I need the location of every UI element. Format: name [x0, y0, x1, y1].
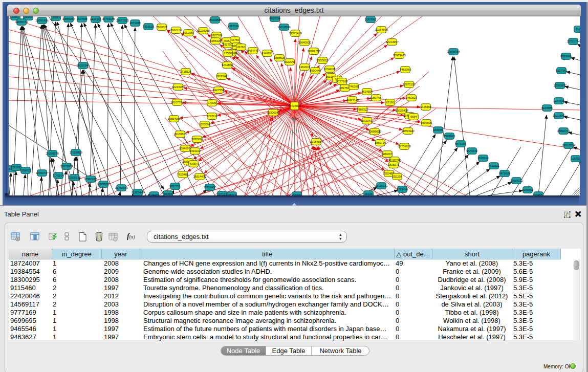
svg-text:8471626: 8471626 [499, 172, 511, 175]
svg-text:8912954: 8912954 [183, 31, 194, 34]
svg-text:164095: 164095 [433, 128, 444, 132]
svg-text:2718126: 2718126 [180, 70, 192, 73]
svg-text:9699695: 9699695 [421, 121, 432, 124]
svg-text:3493222: 3493222 [189, 149, 201, 152]
svg-text:92456: 92456 [534, 193, 543, 195]
svg-text:2935114: 2935114 [477, 157, 489, 160]
svg-text:107153: 107153 [217, 193, 228, 195]
svg-text:99140: 99140 [24, 16, 33, 18]
svg-text:2803144: 2803144 [216, 75, 228, 78]
svg-text:19218506: 19218506 [277, 26, 291, 29]
svg-text:17957225: 17957225 [84, 178, 97, 181]
svg-text:12093872: 12093872 [553, 84, 567, 87]
svg-text:15692971: 15692971 [557, 129, 570, 133]
svg-text:16914479: 16914479 [193, 175, 206, 178]
svg-text:116753: 116753 [571, 157, 580, 160]
svg-text:12942737: 12942737 [35, 171, 49, 174]
svg-text:3267110: 3267110 [206, 115, 217, 118]
svg-text:16671355: 16671355 [116, 19, 129, 22]
svg-text:12213389: 12213389 [171, 85, 185, 89]
svg-text:7625402: 7625402 [177, 173, 189, 176]
svg-text:1117: 1117 [576, 28, 580, 31]
svg-text:98213: 98213 [228, 193, 236, 195]
svg-text:9474444: 9474444 [466, 149, 478, 152]
svg-text:8322057: 8322057 [284, 60, 296, 63]
svg-text:746266: 746266 [349, 85, 359, 88]
svg-text:9227341: 9227341 [556, 69, 568, 72]
svg-text:16961758: 16961758 [307, 50, 320, 53]
svg-text:15751074: 15751074 [567, 40, 580, 43]
svg-text:13226058: 13226058 [197, 29, 210, 32]
svg-text:16782759: 16782759 [115, 186, 128, 189]
svg-text:8938923: 8938923 [444, 135, 455, 138]
svg-text:19756928: 19756928 [398, 145, 411, 148]
svg-text:984067: 984067 [383, 152, 393, 156]
svg-text:8813054: 8813054 [269, 17, 281, 20]
svg-text:8427552: 8427552 [213, 89, 225, 92]
svg-text:9777169: 9777169 [336, 80, 348, 83]
svg-text:12505135: 12505135 [68, 176, 81, 179]
svg-text:9857791: 9857791 [169, 185, 181, 188]
svg-text:19384554: 19384554 [310, 140, 323, 143]
svg-text:9463627: 9463627 [406, 96, 418, 99]
svg-text:9327509: 9327509 [211, 34, 223, 37]
svg-text:252254: 252254 [393, 175, 403, 178]
svg-text:9115460: 9115460 [420, 105, 431, 108]
svg-text:10719185: 10719185 [102, 17, 115, 20]
svg-text:20557: 20557 [11, 16, 20, 18]
svg-text:9584: 9584 [410, 115, 417, 118]
svg-text:10688609: 10688609 [368, 130, 381, 133]
svg-text:1244419: 1244419 [553, 99, 565, 102]
svg-text:10210643: 10210643 [552, 114, 565, 117]
svg-text:1880724: 1880724 [375, 141, 386, 144]
svg-text:18724007: 18724007 [288, 104, 301, 107]
svg-text:17006: 17006 [208, 101, 216, 104]
svg-text:20206578: 20206578 [46, 152, 59, 155]
svg-text:8990448: 8990448 [310, 69, 321, 72]
svg-text:8660124: 8660124 [170, 29, 182, 32]
svg-text:19654923: 19654923 [401, 129, 415, 133]
svg-text:9146821: 9146821 [262, 52, 273, 55]
svg-text:62160: 62160 [386, 101, 395, 104]
svg-text:9245652: 9245652 [522, 188, 534, 191]
svg-text:1815172: 1815172 [388, 163, 400, 166]
svg-text:1145194: 1145194 [53, 174, 64, 177]
svg-text:7986322: 7986322 [357, 108, 368, 111]
svg-text:19166825: 19166825 [173, 133, 187, 136]
svg-text:13716485: 13716485 [203, 186, 216, 189]
svg-text:124415: 124415 [149, 193, 160, 195]
svg-text:10958107: 10958107 [97, 183, 110, 186]
svg-text:19975867: 19975867 [60, 165, 73, 168]
svg-text:8215955: 8215955 [541, 106, 553, 110]
svg-text:9329966: 9329966 [560, 55, 572, 58]
svg-text:40994: 40994 [189, 162, 198, 165]
svg-text:17359928: 17359928 [69, 151, 82, 154]
svg-text:15720407: 15720407 [360, 119, 374, 122]
svg-text:16640910: 16640910 [298, 41, 311, 44]
svg-text:32750: 32750 [231, 38, 239, 41]
svg-text:10154808: 10154808 [375, 28, 388, 31]
svg-text:6679197: 6679197 [455, 142, 467, 145]
svg-text:1588520: 1588520 [274, 56, 286, 59]
svg-text:1671355: 1671355 [129, 21, 141, 25]
svg-text:7955812: 7955812 [317, 59, 329, 62]
svg-text:10654112: 10654112 [510, 179, 524, 182]
svg-text:1733426: 1733426 [397, 188, 408, 191]
svg-text:20364436: 20364436 [345, 98, 359, 101]
svg-text:7515526: 7515526 [143, 25, 155, 28]
svg-text:20691406: 20691406 [35, 19, 49, 22]
svg-text:7357224: 7357224 [228, 25, 239, 28]
svg-text:12975115: 12975115 [403, 83, 416, 86]
svg-text:15136: 15136 [364, 192, 373, 195]
svg-text:8454749: 8454749 [247, 49, 259, 52]
svg-text:26760: 26760 [237, 46, 246, 49]
svg-text:14136141: 14136141 [375, 184, 388, 187]
svg-text:16033809: 16033809 [208, 18, 222, 21]
svg-text:17568: 17568 [224, 52, 232, 55]
svg-text:10973493: 10973493 [393, 54, 406, 57]
svg-text:6466160: 6466160 [90, 18, 102, 21]
svg-text:9242848: 9242848 [222, 63, 233, 67]
svg-text:20053346: 20053346 [76, 64, 90, 67]
svg-text:14055712: 14055712 [15, 20, 28, 24]
svg-text:2087682: 2087682 [365, 18, 377, 21]
